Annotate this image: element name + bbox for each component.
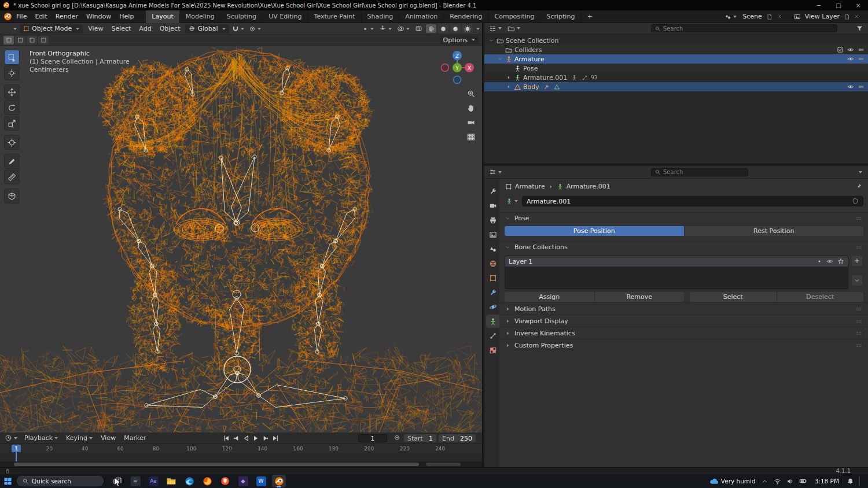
bone-dim-icon[interactable] — [582, 75, 588, 81]
properties-tab-world[interactable] — [486, 257, 499, 270]
xray-toggle[interactable] — [413, 24, 424, 34]
modifier-icon[interactable] — [543, 84, 550, 90]
panel-grip-icon[interactable] — [855, 317, 863, 325]
outliner-editor[interactable]: Scene CollectionCollidersArmaturePoseArm… — [484, 23, 868, 165]
outliner-search[interactable] — [651, 24, 837, 32]
tool-add-cube-button[interactable] — [4, 188, 20, 204]
outliner-row-armature-001[interactable]: Armature.00193 — [484, 73, 868, 82]
gizmo-z-neg-ball[interactable] — [454, 76, 461, 84]
view-layer-name[interactable]: View Layer — [804, 13, 841, 20]
editor-type-button[interactable] — [2, 24, 19, 34]
panel-grip-icon[interactable] — [855, 342, 863, 349]
tool-cursor-3d-button[interactable] — [4, 65, 20, 80]
weather-widget[interactable]: Very humid — [709, 477, 756, 486]
person-dim-icon[interactable] — [571, 75, 578, 81]
viewport-menu-view[interactable]: View — [84, 23, 107, 35]
select-button[interactable]: Select — [690, 292, 777, 302]
notification-bell-icon[interactable] — [847, 478, 854, 485]
panel-grip-icon[interactable] — [855, 243, 863, 251]
navigation-gizmo[interactable]: Z X Y — [438, 49, 476, 87]
workspace-tab-rendering[interactable]: Rendering — [444, 10, 488, 23]
taskbar-app-firefox[interactable] — [200, 475, 214, 487]
tool-annotate-button[interactable] — [4, 154, 20, 169]
visibility-dropdown[interactable] — [360, 24, 376, 34]
timeline-menu-playback[interactable]: Playback — [20, 432, 62, 445]
solo-dot-icon[interactable] — [816, 258, 822, 264]
outliner-row-scene-collection[interactable]: Scene Collection — [484, 36, 868, 45]
viewport-canvas[interactable] — [0, 46, 482, 432]
pan-hand-icon[interactable] — [466, 103, 476, 113]
workspace-tab-compositing[interactable]: Compositing — [489, 10, 541, 23]
tray-expand-icon[interactable] — [761, 478, 768, 485]
new-scene-icon[interactable] — [766, 13, 773, 20]
panel-viewport-display[interactable]: Viewport Display — [499, 315, 868, 327]
timeline-scrollbar[interactable] — [0, 461, 482, 467]
properties-tab-scene[interactable] — [486, 242, 499, 256]
fake-user-icon[interactable] — [852, 198, 859, 205]
tool-transform-button[interactable] — [4, 135, 20, 150]
menu-help[interactable]: Help — [115, 10, 138, 23]
viewport-menu-add[interactable]: Add — [135, 23, 155, 35]
expand-caret-icon[interactable] — [496, 56, 503, 62]
panel-grip-icon[interactable] — [855, 305, 863, 313]
gizmo-x-neg-ball[interactable] — [442, 64, 449, 72]
bone-collections-list[interactable]: Layer 1 — [505, 256, 848, 289]
filter-icon[interactable] — [856, 25, 863, 32]
next-keyframe-button[interactable] — [261, 434, 270, 443]
select-mode-extend-button[interactable] — [15, 36, 25, 45]
gizmos-toggle[interactable] — [377, 24, 393, 34]
frame-end-field[interactable]: End 250 — [439, 434, 476, 442]
workspace-tab-shading[interactable]: Shading — [362, 10, 400, 23]
clock-time[interactable]: 3:18 PM — [812, 478, 841, 485]
properties-tab-constraints[interactable] — [486, 286, 499, 299]
tool-rotate-button[interactable] — [4, 100, 20, 115]
outliner-row-armature[interactable]: Armature — [484, 54, 868, 64]
star-icon[interactable] — [837, 258, 844, 265]
tool-scale-button[interactable] — [4, 116, 20, 131]
expand-caret-icon[interactable] — [505, 84, 512, 90]
menu-edit[interactable]: Edit — [31, 10, 51, 23]
scene-browse-button[interactable] — [723, 12, 738, 21]
taskbar-app-after-effects[interactable]: Ae — [146, 475, 160, 487]
eye-visibility-icon[interactable] — [847, 83, 854, 90]
panel-inverse-kinematics[interactable]: Inverse Kinematics — [499, 327, 868, 339]
orientation-selector[interactable]: Global — [185, 24, 229, 34]
pose-position-button[interactable]: Pose Position — [505, 226, 685, 236]
play-button[interactable] — [251, 434, 260, 443]
remove-view-layer-icon[interactable] — [854, 13, 860, 20]
shading-solid-button[interactable] — [438, 24, 448, 33]
taskbar-app-file-explorer[interactable] — [164, 475, 178, 487]
show-desktop-button[interactable] — [859, 476, 861, 486]
properties-search[interactable] — [651, 168, 748, 176]
tool-move-button[interactable] — [4, 84, 20, 99]
outliner-search-input[interactable] — [663, 25, 834, 32]
workspace-tab-uv-editing[interactable]: UV Editing — [263, 10, 308, 23]
timeline-editor[interactable]: PlaybackKeyingViewMarker 1 Start 1 End 2… — [0, 432, 483, 467]
remove-button[interactable]: Remove — [595, 292, 685, 302]
taskbar-app-app-purple[interactable]: ◆ — [236, 475, 250, 487]
mesh-data-icon[interactable] — [554, 84, 560, 90]
blender-menu-icon[interactable] — [3, 12, 12, 21]
start-button[interactable] — [3, 477, 12, 486]
properties-tab-render[interactable] — [486, 199, 499, 212]
prev-keyframe-button[interactable] — [231, 434, 241, 443]
properties-tab-physics[interactable] — [486, 300, 499, 313]
panel-motion-paths[interactable]: Motion Paths — [499, 302, 868, 315]
close-button[interactable]: × — [848, 0, 868, 10]
taskbar-app-task-view[interactable] — [111, 475, 124, 487]
add-collection-button[interactable] — [852, 256, 862, 266]
menu-render[interactable]: Render — [52, 10, 82, 23]
current-frame-field[interactable]: 1 — [358, 434, 387, 442]
add-workspace-button[interactable]: + — [581, 13, 598, 20]
rest-position-button[interactable]: Rest Position — [685, 226, 864, 236]
browse-id-button[interactable] — [504, 197, 520, 206]
breadcrumb-object[interactable]: Armature — [515, 183, 545, 190]
shading-rendered-button[interactable] — [462, 24, 473, 33]
viewport-menu-select[interactable]: Select — [107, 23, 135, 35]
menu-window[interactable]: Window — [82, 10, 115, 23]
zoom-icon[interactable] — [466, 89, 476, 98]
timeline-menu-view[interactable]: View — [97, 432, 120, 445]
timeline-track-area[interactable] — [0, 454, 482, 461]
properties-tab-object-data[interactable] — [486, 315, 499, 328]
tool-measure-button[interactable] — [4, 169, 20, 184]
